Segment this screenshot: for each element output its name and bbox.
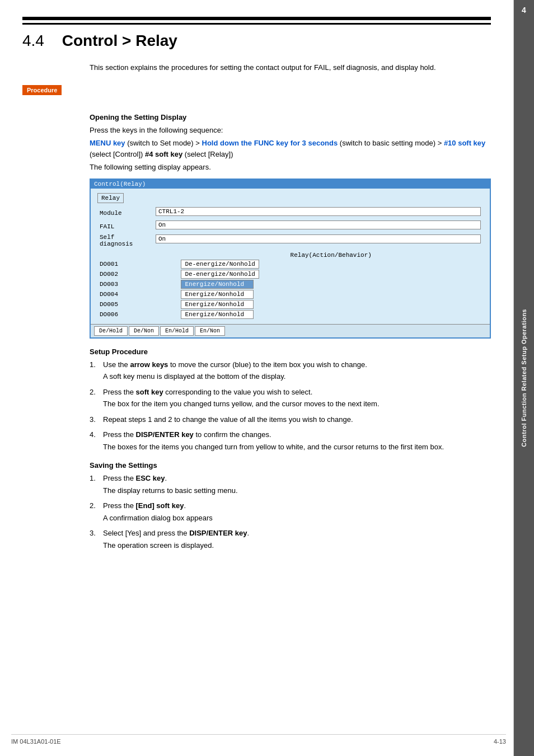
softkey-de-non[interactable]: De/Non [129,326,159,336]
do002-id: DO002 [97,269,179,279]
saving-step2-sub: A confirmation dialog box appears [103,513,491,524]
setup-step-1: 1. Use the arrow keys to move the cursor… [90,359,491,382]
saving-steps-list: 1. Press the ESC key. The display return… [90,473,491,551]
intro-text: This section explains the procedures for… [90,62,491,74]
setup-step-4: 4. Press the DISP/ENTER key to confirm t… [90,429,491,452]
procedure-badge: Procedure [22,85,62,95]
display-screenshot: Control(Relay) Relay Module CTRL1-2 FAIL [90,179,491,339]
do003-id: DO003 [97,279,179,289]
display-appears-text: The following setting display appears. [90,162,491,173]
footer-right: 4-13 [494,738,506,745]
section-header: 4.4 Control > Relay [22,23,491,51]
opening-heading: Opening the Setting Display [90,113,491,121]
func-key-label: Hold down the FUNC key for 3 seconds [202,139,338,147]
step4-sub: The boxes for the items you changed turn… [103,442,491,453]
instruction-text: Press the keys in the following sequence… [90,125,491,136]
content-area: Opening the Setting Display Press the ke… [90,113,491,551]
section-title: Control > Relay [62,33,177,49]
softkey-en-non[interactable]: En/Non [195,326,225,336]
esc-key-bold: ESC key [136,474,165,482]
key-sequence-text: MENU key (switch to Set mode) > Hold dow… [90,138,491,159]
do004-id: DO004 [97,289,179,299]
softkey-en-hold[interactable]: En/Hold [160,326,194,336]
do005-value: Energize/Nonhold [181,300,254,309]
section-number: 4.4 [22,33,44,49]
saving-step1-sub: The display returns to basic setting men… [103,485,491,496]
fail-value: On [156,220,481,229]
do001-value: De-energize/Nonhold [181,260,259,269]
do001-id: DO001 [97,259,179,269]
soft-key-footer: De/Hold De/Non En/Hold En/Non [91,324,490,337]
do005-id: DO005 [97,299,179,309]
top-border [22,17,491,20]
module-value: CTRL1-2 [156,207,481,216]
fail-row: FAIL On [97,220,483,233]
menu-key-label: MENU key [90,139,125,147]
display-params-table: Module CTRL1-2 FAIL On Self diagnosis On [97,206,483,248]
self-diag-label: Self diagnosis [97,233,153,248]
module-label: Module [97,206,153,220]
module-row: Module CTRL1-2 [97,206,483,220]
self-diag-value: On [156,234,481,243]
step2-sub: The box for the item you changed turns y… [103,398,491,410]
setup-steps-list: 1. Use the arrow keys to move the cursor… [90,359,491,453]
do006-id: DO006 [97,309,179,320]
do006-value: Energize/Nonhold [181,310,254,319]
soft10-label: #10 soft key [444,139,485,147]
disp-enter-key-bold: DISP/ENTER key [136,430,194,439]
soft4-label: #4 soft key [145,150,182,158]
do002-value: De-energize/Nonhold [181,270,259,279]
softkey-de-hold[interactable]: De/Hold [94,326,128,336]
do006-row: DO006 Energize/Nonhold [97,309,483,320]
relay-action-table: Relay(Action/Behavior) DO001 De-energize… [97,251,483,320]
display-body: Relay Module CTRL1-2 FAIL On Se [91,189,490,324]
end-soft-key-bold: [End] soft key [136,501,184,510]
setup-step-2: 2. Press the soft key corresponding to t… [90,387,491,410]
footer-left: IM 04L31A01-01E [11,738,61,745]
saving-heading: Saving the Settings [90,461,491,469]
relay-section-label: Relay [97,193,124,203]
do004-value: Energize/Nonhold [181,290,254,299]
action-header-cell: Relay(Action/Behavior) [179,251,483,259]
procedure-wrapper: Procedure [22,85,491,104]
sidebar-text: Control Function Related Setup Operation… [521,309,527,447]
saving-step-2: 2. Press the [End] soft key. A confirmat… [90,500,491,523]
action-header-row: Relay(Action/Behavior) [97,251,483,259]
disp-enter-key2-bold: DISP/ENTER key [189,529,247,537]
sidebar-number: 4 [514,6,534,15]
do005-row: DO005 Energize/Nonhold [97,299,483,309]
page-footer: IM 04L31A01-01E 4-13 [11,734,506,745]
setup-step-3: 3. Repeat steps 1 and 2 to change the va… [90,414,491,425]
do003-value: Energize/Nonhold [181,280,254,289]
do004-row: DO004 Energize/Nonhold [97,289,483,299]
do003-row: DO003 Energize/Nonhold [97,279,483,289]
saving-step3-sub: The operation screen is displayed. [103,540,491,551]
step1-sub: A soft key menu is displayed at the bott… [103,371,491,382]
right-sidebar: 4 Control Function Related Setup Operati… [514,0,534,756]
arrow-keys-bold: arrow keys [130,360,168,369]
do002-row: DO002 De-energize/Nonhold [97,269,483,279]
saving-step-1: 1. Press the ESC key. The display return… [90,473,491,496]
fail-label: FAIL [97,220,153,233]
self-diag-row: Self diagnosis On [97,233,483,248]
saving-step-3: 3. Select [Yes] and press the DISP/ENTER… [90,528,491,551]
soft-key-bold: soft key [136,388,163,396]
do001-row: DO001 De-energize/Nonhold [97,259,483,269]
setup-heading: Setup Procedure [90,348,491,356]
display-title-bar: Control(Relay) [91,180,490,189]
